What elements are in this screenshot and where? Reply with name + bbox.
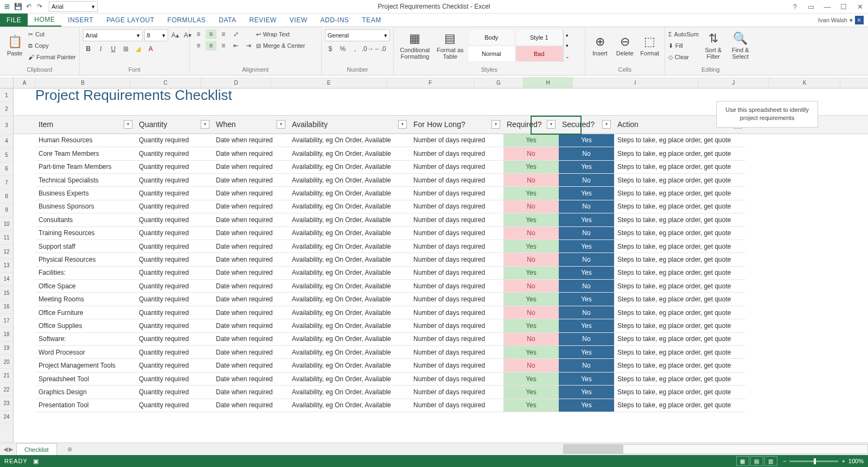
cell-action[interactable]: Steps to take, eg place order, get quote bbox=[614, 187, 745, 200]
cell-howlong[interactable]: Number of days required bbox=[410, 399, 503, 412]
cell-item[interactable]: Software: bbox=[35, 333, 136, 346]
font-quick-combo[interactable]: Arial▾ bbox=[49, 1, 98, 12]
cell-howlong[interactable]: Number of days required bbox=[410, 359, 503, 372]
cell-action[interactable]: Steps to take, eg place order, get quote bbox=[614, 333, 745, 346]
save-icon[interactable]: 💾 bbox=[13, 2, 23, 11]
cell-required[interactable]: Yes bbox=[503, 319, 559, 332]
cell-quantity[interactable]: Quantity required bbox=[136, 386, 213, 399]
cell-item[interactable]: Graphics Design bbox=[35, 386, 136, 399]
row-header-11[interactable]: 11 bbox=[0, 231, 13, 245]
cell-howlong[interactable]: Number of days required bbox=[410, 200, 503, 213]
view-page-break-button[interactable]: ▥ bbox=[764, 456, 777, 466]
paste-button[interactable]: 📋Paste bbox=[3, 29, 26, 62]
cell-action[interactable]: Steps to take, eg place order, get quote bbox=[614, 200, 745, 213]
cell-item[interactable]: Meeting Rooms bbox=[35, 293, 136, 306]
ribbon-options-icon[interactable]: ▭ bbox=[805, 3, 817, 11]
row-header-4[interactable]: 4 bbox=[0, 135, 13, 148]
copy-button[interactable]: ⧉ Copy bbox=[28, 41, 76, 51]
cell-quantity[interactable]: Quantity required bbox=[136, 174, 213, 187]
cell-secured[interactable]: No bbox=[559, 333, 614, 346]
cell-secured[interactable]: Yes bbox=[559, 399, 614, 412]
redo-icon[interactable]: ↷ bbox=[35, 2, 44, 11]
filter-icon[interactable]: ▾ bbox=[277, 120, 285, 129]
row-header-10[interactable]: 10 bbox=[0, 217, 13, 231]
col-required[interactable]: Required?▾ bbox=[503, 116, 559, 134]
cell-secured[interactable]: No bbox=[559, 253, 614, 266]
align-left-button[interactable]: ≡ bbox=[193, 41, 204, 51]
col-header-G[interactable]: G bbox=[474, 77, 524, 88]
cell-required[interactable]: Yes bbox=[503, 346, 559, 359]
orientation-button[interactable]: ⤢ bbox=[231, 29, 241, 39]
sheet-nav[interactable]: ◀▶ bbox=[0, 446, 16, 453]
cell-when[interactable]: Date when required bbox=[213, 359, 289, 372]
cell-secured[interactable]: Yes bbox=[559, 134, 614, 147]
cell-availability[interactable]: Availability, eg On Order, Available bbox=[289, 213, 410, 226]
cell-item[interactable]: Office Space bbox=[35, 280, 136, 293]
cell-required[interactable]: No bbox=[503, 200, 559, 213]
cell-howlong[interactable]: Number of days required bbox=[410, 306, 503, 319]
cell-item[interactable]: Human Resources bbox=[35, 134, 136, 147]
col-header-A[interactable]: A bbox=[14, 77, 36, 88]
merge-center-button[interactable]: ⊟ Merge & Center bbox=[256, 41, 305, 51]
align-top-button[interactable]: ≡ bbox=[193, 29, 204, 39]
cell-item[interactable]: Office Furniture bbox=[35, 306, 136, 319]
cell-secured[interactable]: No bbox=[559, 359, 614, 372]
cell-secured[interactable]: Yes bbox=[559, 319, 614, 332]
row-header-18[interactable]: 18 bbox=[0, 327, 13, 341]
cell-required[interactable]: Yes bbox=[503, 293, 559, 306]
cell-quantity[interactable]: Quantity required bbox=[136, 359, 213, 372]
row-header-7[interactable]: 7 bbox=[0, 176, 13, 190]
cell-required[interactable]: No bbox=[503, 174, 559, 187]
cell-quantity[interactable]: Quantity required bbox=[136, 240, 213, 253]
cell-when[interactable]: Date when required bbox=[213, 134, 289, 147]
cell-action[interactable]: Steps to take, eg place order, get quote bbox=[614, 267, 745, 280]
currency-button[interactable]: $ bbox=[325, 43, 336, 54]
help-icon[interactable]: ? bbox=[789, 3, 801, 11]
cell-secured[interactable]: No bbox=[559, 200, 614, 213]
minimize-icon[interactable]: — bbox=[821, 3, 833, 11]
view-normal-button[interactable]: ▦ bbox=[736, 456, 749, 466]
filter-icon[interactable]: ▾ bbox=[398, 120, 407, 129]
cell-required[interactable]: Yes bbox=[503, 399, 559, 412]
fill-color-button[interactable]: ◢ bbox=[133, 43, 144, 54]
format-painter-button[interactable]: 🖌 Format Painter bbox=[28, 52, 76, 62]
cell-secured[interactable]: No bbox=[559, 147, 614, 160]
cell-required[interactable]: No bbox=[503, 147, 559, 160]
col-header-E[interactable]: E bbox=[271, 77, 387, 88]
cell-howlong[interactable]: Number of days required bbox=[410, 373, 503, 386]
filter-icon[interactable]: ▾ bbox=[492, 120, 500, 129]
cell-howlong[interactable]: Number of days required bbox=[410, 319, 503, 332]
cell-required[interactable]: Yes bbox=[503, 267, 559, 280]
cell-quantity[interactable]: Quantity required bbox=[136, 213, 213, 226]
cell-action[interactable]: Steps to take, eg place order, get quote bbox=[614, 399, 745, 412]
cell-action[interactable]: Steps to take, eg place order, get quote bbox=[614, 359, 745, 372]
cell-item[interactable]: Physical Resources bbox=[35, 253, 136, 266]
cell-when[interactable]: Date when required bbox=[213, 240, 289, 253]
col-header-H[interactable]: H bbox=[524, 77, 573, 88]
cell-secured[interactable]: Yes bbox=[559, 346, 614, 359]
row-header-1[interactable]: 1 bbox=[0, 89, 13, 102]
cell-quantity[interactable]: Quantity required bbox=[136, 187, 213, 200]
cell-when[interactable]: Date when required bbox=[213, 386, 289, 399]
cell-quantity[interactable]: Quantity required bbox=[136, 373, 213, 386]
cell-quantity[interactable]: Quantity required bbox=[136, 280, 213, 293]
cell-quantity[interactable]: Quantity required bbox=[136, 200, 213, 213]
border-button[interactable]: ⊞ bbox=[120, 43, 131, 54]
cell-secured[interactable]: No bbox=[559, 306, 614, 319]
cell-availability[interactable]: Availability, eg On Order, Available bbox=[289, 319, 410, 332]
sheet-tab-checklist[interactable]: Checklist bbox=[16, 443, 57, 456]
autosum-button[interactable]: Σ AutoSum bbox=[668, 29, 699, 39]
italic-button[interactable]: I bbox=[95, 43, 106, 54]
cell-action[interactable]: Steps to take, eg place order, get quote bbox=[614, 227, 745, 240]
col-howlong[interactable]: For How Long?▾ bbox=[410, 116, 503, 134]
cell-availability[interactable]: Availability, eg On Order, Available bbox=[289, 240, 410, 253]
cell-availability[interactable]: Availability, eg On Order, Available bbox=[289, 200, 410, 213]
filter-icon[interactable]: ▾ bbox=[547, 120, 556, 129]
cell-availability[interactable]: Availability, eg On Order, Available bbox=[289, 306, 410, 319]
cell-howlong[interactable]: Number of days required bbox=[410, 174, 503, 187]
col-quantity[interactable]: Quantity▾ bbox=[136, 116, 213, 134]
cell-availability[interactable]: Availability, eg On Order, Available bbox=[289, 267, 410, 280]
cell-required[interactable]: Yes bbox=[503, 240, 559, 253]
cell-quantity[interactable]: Quantity required bbox=[136, 267, 213, 280]
tab-add-ins[interactable]: ADD-INS bbox=[314, 14, 356, 27]
